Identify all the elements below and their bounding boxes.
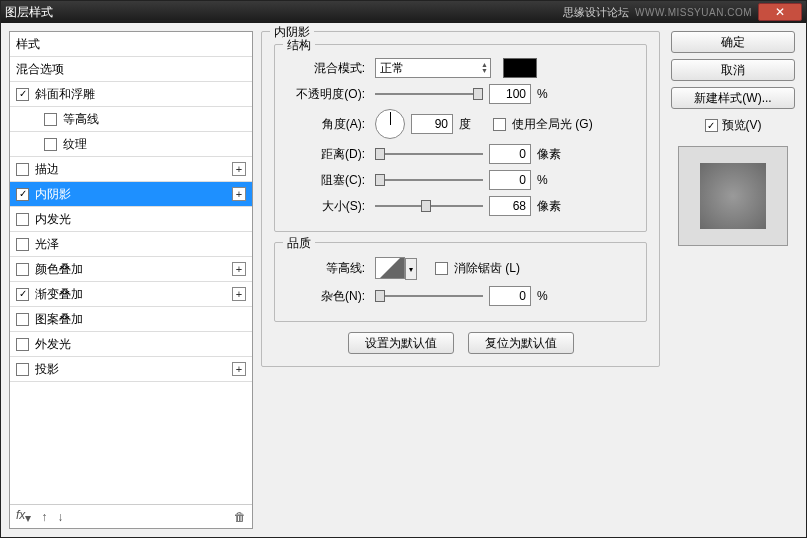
add-effect-icon[interactable]: +	[232, 362, 246, 376]
down-icon[interactable]: ↓	[57, 510, 63, 524]
up-icon[interactable]: ↑	[41, 510, 47, 524]
add-effect-icon[interactable]: +	[232, 287, 246, 301]
preview-box	[678, 146, 788, 246]
style-checkbox[interactable]	[16, 163, 29, 176]
chevron-down-icon[interactable]: ▾	[405, 258, 417, 280]
cancel-button[interactable]: 取消	[671, 59, 795, 81]
chevron-updown-icon: ▲▼	[481, 62, 488, 74]
noise-slider[interactable]	[375, 289, 483, 303]
style-item-label: 内发光	[35, 211, 71, 228]
style-item-label: 渐变叠加	[35, 286, 83, 303]
structure-legend: 结构	[283, 37, 315, 54]
opacity-unit: %	[537, 87, 565, 101]
titlebar[interactable]: 图层样式 思缘设计论坛 WWW.MISSYUAN.COM ✕	[1, 1, 806, 23]
structure-group: 结构 混合模式: 正常 ▲▼ 不透明度(O): 100 %	[274, 44, 647, 232]
ok-button[interactable]: 确定	[671, 31, 795, 53]
opacity-slider[interactable]	[375, 87, 483, 101]
preview-label: 预览(V)	[722, 117, 762, 134]
style-checkbox[interactable]	[16, 363, 29, 376]
sidebar-item-6[interactable]: 光泽	[10, 232, 252, 257]
sidebar-blend-options[interactable]: 混合选项	[10, 57, 252, 82]
inner-shadow-group: 内阴影 结构 混合模式: 正常 ▲▼ 不透明度(O): 100	[261, 31, 660, 367]
angle-dial[interactable]	[375, 109, 405, 139]
style-checkbox[interactable]	[16, 313, 29, 326]
sidebar-item-2[interactable]: 纹理	[10, 132, 252, 157]
style-checkbox[interactable]	[16, 338, 29, 351]
blend-mode-select[interactable]: 正常 ▲▼	[375, 58, 491, 78]
style-item-label: 外发光	[35, 336, 71, 353]
style-item-label: 投影	[35, 361, 59, 378]
choke-slider[interactable]	[375, 173, 483, 187]
new-style-button[interactable]: 新建样式(W)...	[671, 87, 795, 109]
fx-icon[interactable]: fx▾	[16, 508, 31, 525]
noise-input[interactable]: 0	[489, 286, 531, 306]
preview-swatch	[700, 163, 766, 229]
distance-label: 距离(D):	[287, 146, 365, 163]
opacity-label: 不透明度(O):	[287, 86, 365, 103]
sidebar-footer: fx▾ ↑ ↓ 🗑	[10, 504, 252, 528]
distance-unit: 像素	[537, 146, 565, 163]
style-checkbox[interactable]	[44, 138, 57, 151]
sidebar-item-8[interactable]: 渐变叠加+	[10, 282, 252, 307]
distance-input[interactable]: 0	[489, 144, 531, 164]
styles-header-label: 样式	[16, 36, 40, 53]
style-checkbox[interactable]	[44, 113, 57, 126]
noise-unit: %	[537, 289, 565, 303]
styles-sidebar: 样式混合选项斜面和浮雕等高线纹理描边+内阴影+内发光光泽颜色叠加+渐变叠加+图案…	[9, 31, 253, 529]
blend-options-label: 混合选项	[16, 61, 64, 78]
angle-input[interactable]: 90	[411, 114, 453, 134]
add-effect-icon[interactable]: +	[232, 162, 246, 176]
sidebar-item-4[interactable]: 内阴影+	[10, 182, 252, 207]
contour-label: 等高线:	[287, 260, 365, 277]
sidebar-item-0[interactable]: 斜面和浮雕	[10, 82, 252, 107]
sidebar-item-10[interactable]: 外发光	[10, 332, 252, 357]
noise-label: 杂色(N):	[287, 288, 365, 305]
quality-legend: 品质	[283, 235, 315, 252]
antialias-checkbox[interactable]	[435, 262, 448, 275]
preview-checkbox[interactable]	[705, 119, 718, 132]
sidebar-item-9[interactable]: 图案叠加	[10, 307, 252, 332]
sidebar-item-11[interactable]: 投影+	[10, 357, 252, 382]
close-icon: ✕	[775, 5, 785, 19]
style-checkbox[interactable]	[16, 88, 29, 101]
size-input[interactable]: 68	[489, 196, 531, 216]
opacity-input[interactable]: 100	[489, 84, 531, 104]
add-effect-icon[interactable]: +	[232, 187, 246, 201]
reset-default-button[interactable]: 复位为默认值	[468, 332, 574, 354]
style-item-label: 等高线	[63, 111, 99, 128]
choke-input[interactable]: 0	[489, 170, 531, 190]
choke-unit: %	[537, 173, 565, 187]
shadow-color-swatch[interactable]	[503, 58, 537, 78]
distance-slider[interactable]	[375, 147, 483, 161]
style-checkbox[interactable]	[16, 288, 29, 301]
layer-style-dialog: 图层样式 思缘设计论坛 WWW.MISSYUAN.COM ✕ 样式混合选项斜面和…	[0, 0, 807, 538]
sidebar-item-5[interactable]: 内发光	[10, 207, 252, 232]
add-effect-icon[interactable]: +	[232, 262, 246, 276]
global-light-checkbox[interactable]	[493, 118, 506, 131]
size-slider[interactable]	[375, 199, 483, 213]
style-item-label: 颜色叠加	[35, 261, 83, 278]
style-item-label: 纹理	[63, 136, 87, 153]
style-item-label: 内阴影	[35, 186, 71, 203]
make-default-button[interactable]: 设置为默认值	[348, 332, 454, 354]
sidebar-item-1[interactable]: 等高线	[10, 107, 252, 132]
quality-group: 品质 等高线: ▾ 消除锯齿 (L) 杂色(N): 0 %	[274, 242, 647, 322]
antialias-label: 消除锯齿 (L)	[454, 260, 520, 277]
size-unit: 像素	[537, 198, 565, 215]
style-checkbox[interactable]	[16, 263, 29, 276]
angle-label: 角度(A):	[287, 116, 365, 133]
style-item-label: 斜面和浮雕	[35, 86, 95, 103]
settings-panel: 内阴影 结构 混合模式: 正常 ▲▼ 不透明度(O): 100	[261, 31, 660, 529]
style-checkbox[interactable]	[16, 188, 29, 201]
global-light-label: 使用全局光 (G)	[512, 116, 593, 133]
sidebar-header-styles[interactable]: 样式	[10, 32, 252, 57]
contour-picker[interactable]: ▾	[375, 257, 405, 279]
choke-label: 阻塞(C):	[287, 172, 365, 189]
style-checkbox[interactable]	[16, 238, 29, 251]
style-checkbox[interactable]	[16, 213, 29, 226]
close-button[interactable]: ✕	[758, 3, 802, 21]
trash-icon[interactable]: 🗑	[234, 510, 246, 524]
sidebar-item-3[interactable]: 描边+	[10, 157, 252, 182]
window-title: 图层样式	[5, 4, 563, 21]
sidebar-item-7[interactable]: 颜色叠加+	[10, 257, 252, 282]
